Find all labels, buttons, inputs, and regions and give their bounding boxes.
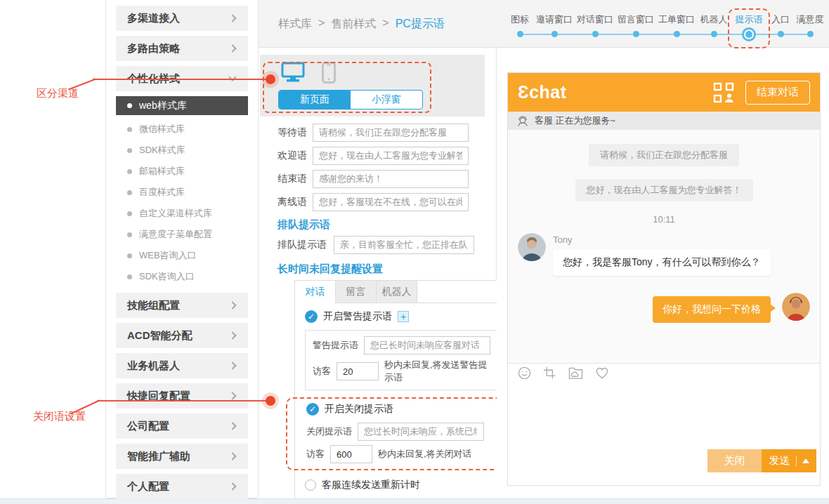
annotation-close-label: 关闭语设置 bbox=[33, 410, 86, 423]
step-dot[interactable] bbox=[592, 31, 599, 37]
step-entry[interactable]: 入口 bbox=[767, 14, 794, 42]
end-chat-button[interactable]: 结束对话 bbox=[745, 81, 810, 105]
sidebar-item-wechat-style-lib[interactable]: 微信样式库 bbox=[106, 119, 258, 140]
send-button[interactable]: 发送 bbox=[762, 449, 816, 472]
tab-dialog[interactable]: 对话 bbox=[295, 281, 336, 303]
wait-message-input[interactable] bbox=[313, 124, 469, 142]
warn-seconds-input[interactable] bbox=[337, 362, 379, 380]
close-seconds-input[interactable] bbox=[330, 445, 372, 463]
send-options-arrow-icon[interactable] bbox=[802, 458, 809, 463]
tab-leave-message[interactable]: 留言 bbox=[336, 281, 377, 303]
bullet-icon bbox=[127, 103, 132, 108]
step-invite-window[interactable]: 邀请窗口 bbox=[534, 14, 575, 42]
sidebar-item-web-entry[interactable]: WEB咨询入口 bbox=[106, 245, 258, 266]
chat-input-area[interactable] bbox=[508, 383, 820, 449]
top-bar: 样式库 > 售前样式 > PC提示语 图标 邀请窗口 对话窗口 留言窗口 工单窗… bbox=[259, 0, 829, 48]
step-dot[interactable] bbox=[633, 31, 639, 37]
agent-headset-icon bbox=[516, 114, 529, 127]
sidebar-item-sdk-style-lib[interactable]: SDK样式库 bbox=[106, 140, 258, 161]
status-text: 客服 正在为您服务~ bbox=[535, 114, 615, 127]
field-row-queue: 排队提示语 bbox=[278, 236, 496, 254]
sidebar-item-company-config[interactable]: 公司配置 bbox=[116, 413, 248, 439]
file-folder-icon[interactable] bbox=[568, 366, 583, 380]
field-row-welcome: 欢迎语 bbox=[278, 147, 496, 165]
breadcrumb-separator: > bbox=[318, 17, 325, 32]
step-dot[interactable] bbox=[674, 31, 680, 37]
breadcrumb-item-presale-style[interactable]: 售前样式 bbox=[331, 17, 376, 32]
chevron-right-icon bbox=[228, 14, 236, 22]
bottom-edge-strip bbox=[0, 498, 829, 504]
screenshot-crop-icon[interactable] bbox=[543, 366, 556, 380]
timestamp: 10:11 bbox=[508, 214, 820, 225]
close-chat-button[interactable]: 关闭 bbox=[707, 449, 762, 472]
queue-message-input[interactable] bbox=[334, 236, 474, 254]
bullet-icon bbox=[127, 148, 132, 153]
favorite-heart-icon[interactable] bbox=[595, 366, 609, 380]
step-dot[interactable] bbox=[517, 31, 523, 37]
bullet-icon bbox=[127, 232, 132, 237]
echat-logo: Ɛchat bbox=[518, 82, 567, 102]
field-row-end: 结束语 bbox=[278, 170, 496, 188]
chat-preview-window: Ɛchat 结束对话 客服 正在为您服务~ bbox=[507, 72, 821, 486]
step-chat-window[interactable]: 对话窗口 bbox=[575, 14, 615, 42]
qr-code-icon[interactable] bbox=[713, 82, 734, 103]
emoji-icon[interactable] bbox=[518, 366, 531, 380]
warn-toggle-row: ✓ 开启警告提示语 + bbox=[305, 310, 498, 323]
offline-message-input[interactable] bbox=[313, 193, 469, 211]
step-prompt-active[interactable]: 提示语 bbox=[731, 14, 767, 42]
step-dot[interactable] bbox=[778, 31, 784, 37]
warn-checkbox-checked[interactable]: ✓ bbox=[305, 310, 318, 323]
agent-message-row: Tony 您好，我是客服Tony，有什么可以帮到你么？ bbox=[508, 233, 820, 276]
visitor-message-row: 你好，我想问一下价格 bbox=[508, 293, 820, 323]
welcome-message-input[interactable] bbox=[313, 147, 469, 165]
sidebar-item-satisfaction-submenu[interactable]: 满意度子菜单配置 bbox=[106, 224, 258, 245]
sidebar-item-quick-reply[interactable]: 快捷回复配置 bbox=[116, 383, 248, 409]
sidebar-item-custom-channel-style-lib[interactable]: 自定义渠道样式库 bbox=[106, 203, 258, 224]
sidebar-item-smart-promotion[interactable]: 智能推广辅助 bbox=[116, 444, 248, 469]
chat-header: Ɛchat 结束对话 bbox=[508, 73, 820, 112]
timeout-tab-content: ✓ 开启警告提示语 + 警告提示语 访客 秒内未回复,将发送警告提示语 bbox=[295, 303, 508, 500]
step-robot[interactable]: 机器人 bbox=[697, 14, 731, 42]
step-dot[interactable] bbox=[551, 31, 558, 37]
step-ticket-window[interactable]: 工单窗口 bbox=[656, 14, 697, 42]
bullet-icon bbox=[127, 253, 132, 258]
step-satisfaction[interactable]: 满意度 bbox=[794, 14, 826, 42]
chevron-right-icon bbox=[228, 331, 236, 339]
chevron-right-icon bbox=[228, 44, 236, 52]
timeout-tabs: 对话 留言 机器人 bbox=[295, 281, 508, 303]
sidebar-item-web-style-lib[interactable]: web样式库 bbox=[116, 96, 248, 115]
sidebar-item-skill-group[interactable]: 技能组配置 bbox=[116, 293, 248, 318]
sidebar-item-sdk-entry[interactable]: SDK咨询入口 bbox=[106, 266, 258, 287]
sidebar-item-personal-config[interactable]: 个人配置 bbox=[116, 474, 248, 499]
sidebar-item-multirouting[interactable]: 多路由策略 bbox=[116, 36, 248, 61]
close-message-input[interactable] bbox=[358, 423, 484, 441]
reset-timer-radio-unchecked[interactable] bbox=[305, 479, 316, 491]
end-message-input[interactable] bbox=[313, 170, 469, 188]
warn-seconds-row: 访客 秒内未回复,将发送警告提示语 bbox=[313, 359, 492, 384]
chat-action-buttons: 关闭 发送 bbox=[508, 449, 820, 485]
chat-messages: 请稍候，我们正在跟您分配客服 您好，现在由人工客服为您专业解答！ 10:11 T… bbox=[508, 130, 820, 363]
agent-avatar bbox=[518, 233, 546, 261]
annotation-line bbox=[93, 79, 268, 80]
step-dot[interactable] bbox=[711, 31, 717, 37]
sidebar-item-acd[interactable]: ACD智能分配 bbox=[116, 323, 248, 348]
step-dot[interactable] bbox=[807, 31, 814, 37]
add-warn-message-icon[interactable]: + bbox=[398, 311, 409, 322]
visitor-message-bubble: 你好，我想问一下价格 bbox=[653, 296, 771, 323]
tab-robot[interactable]: 机器人 bbox=[377, 281, 417, 303]
breadcrumb-item-style-lib[interactable]: 样式库 bbox=[278, 17, 312, 32]
close-checkbox-checked[interactable]: ✓ bbox=[306, 403, 319, 416]
step-dot-active[interactable] bbox=[742, 27, 756, 41]
breadcrumb-separator: > bbox=[382, 17, 389, 32]
agent-name: Tony bbox=[553, 234, 771, 245]
warn-message-input[interactable] bbox=[364, 336, 490, 354]
sidebar-item-business-robot[interactable]: 业务机器人 bbox=[116, 353, 248, 378]
bullet-icon bbox=[127, 274, 132, 279]
step-message-window[interactable]: 留言窗口 bbox=[615, 14, 656, 42]
field-row-offline: 离线语 bbox=[278, 193, 496, 211]
sidebar-item-baidu-style-lib[interactable]: 百度样式库 bbox=[106, 182, 258, 203]
sidebar-item-multichannel[interactable]: 多渠道接入 bbox=[116, 6, 248, 31]
step-icon[interactable]: 图标 bbox=[506, 14, 534, 42]
prompt-form: 等待语 欢迎语 结束语 离线语 排队提示语 排队提示语 长时间未回复提醒设置 bbox=[259, 117, 496, 500]
sidebar-item-email-style-lib[interactable]: 邮箱样式库 bbox=[106, 161, 258, 182]
